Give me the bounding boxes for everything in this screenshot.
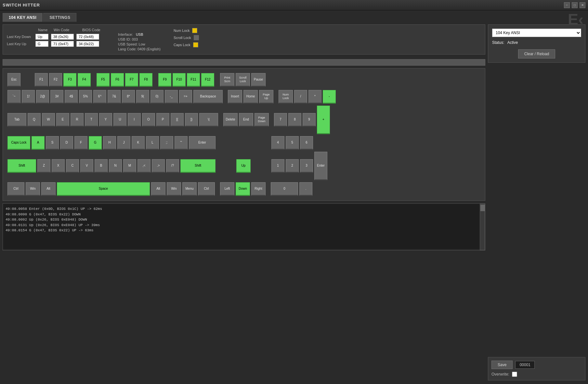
key-num-6[interactable]: 6 [300, 136, 313, 150]
key-a[interactable]: A [32, 136, 45, 150]
key-num-1[interactable]: 1 [271, 159, 284, 173]
scrollbar-thumb[interactable] [480, 205, 485, 211]
key-page-up[interactable]: PageUp [259, 90, 273, 104]
key-space[interactable]: Space [57, 182, 150, 196]
key-pause[interactable]: Pause [251, 73, 266, 87]
key-j[interactable]: J [117, 136, 130, 150]
key-w[interactable]: W [42, 113, 55, 127]
key-4[interactable]: 4$ [65, 90, 78, 104]
key-print-scrn[interactable]: PrintScrn [220, 73, 234, 87]
key-f8[interactable]: F8 [139, 73, 152, 87]
key-0[interactable]: 0) [150, 90, 163, 104]
maximize-button[interactable]: □ [572, 2, 578, 8]
key-scroll-lock[interactable]: ScrollLock [236, 73, 250, 87]
log-area[interactable]: 49:08.0058 Enter (0x0D, BIOS 0x1C) UP ->… [3, 204, 480, 249]
key-o[interactable]: O [142, 113, 155, 127]
key-9[interactable]: 9( [136, 90, 149, 104]
key-alt-left[interactable]: Alt [41, 182, 56, 196]
key-f9[interactable]: F9 [158, 73, 171, 87]
key-end[interactable]: End [239, 113, 253, 127]
key-f5[interactable]: F5 [97, 73, 110, 87]
key-num-5[interactable]: 5 [286, 136, 299, 150]
key-f[interactable]: F [74, 136, 87, 150]
key-2[interactable]: 2@ [36, 90, 49, 104]
key-l[interactable]: L [146, 136, 159, 150]
key-ctrl-right[interactable]: Ctrl [198, 182, 215, 196]
key-page-down[interactable]: PageDown [255, 113, 269, 127]
key-f1[interactable]: F1 [35, 73, 48, 87]
key-s[interactable]: S [46, 136, 59, 150]
key-u[interactable]: U [113, 113, 126, 127]
key-5[interactable]: 5% [79, 90, 92, 104]
key-home[interactable]: Home [243, 90, 258, 104]
key-num-lock[interactable]: NumLock [279, 90, 293, 104]
key-8[interactable]: 8* [122, 90, 135, 104]
key-d[interactable]: D [60, 136, 73, 150]
key-insert[interactable]: Insert [228, 90, 242, 104]
key-f12[interactable]: F12 [201, 73, 214, 87]
key-num-4[interactable]: 4 [271, 136, 284, 150]
key-equals[interactable]: =+ [179, 90, 192, 104]
key-m[interactable]: M [123, 159, 136, 173]
key-6[interactable]: 6^ [93, 90, 106, 104]
key-num-7[interactable]: 7 [274, 113, 287, 127]
key-lbracket[interactable]: [{ [171, 113, 184, 127]
key-k[interactable]: K [132, 136, 145, 150]
key-alt-right[interactable]: Alt [151, 182, 165, 196]
key-win-right[interactable]: Win [167, 182, 181, 196]
key-right[interactable]: Right [251, 182, 266, 196]
key-f7[interactable]: F7 [125, 73, 138, 87]
key-num-slash[interactable]: / [294, 90, 307, 104]
overwrite-checkbox[interactable] [512, 372, 517, 377]
key-backslash[interactable]: \| [199, 113, 218, 127]
log-scrollbar[interactable] [480, 204, 485, 250]
key-tab[interactable]: Tab [7, 113, 26, 127]
key-z[interactable]: Z [37, 159, 50, 173]
key-n[interactable]: N [109, 159, 122, 173]
key-esc[interactable]: Esc [7, 73, 20, 87]
key-shift-right[interactable]: Shift [180, 159, 216, 173]
key-semicolon[interactable]: ;: [160, 136, 173, 150]
key-left[interactable]: Left [220, 182, 234, 196]
key-num-minus[interactable]: - [323, 90, 336, 104]
key-v[interactable]: V [80, 159, 93, 173]
key-down[interactable]: Down [236, 182, 250, 196]
key-minus[interactable]: -_ [165, 90, 178, 104]
key-num-0[interactable]: 0 [271, 182, 298, 196]
key-f6[interactable]: F6 [111, 73, 124, 87]
keyboard-dropdown[interactable]: 104 Key ANSI [492, 29, 581, 37]
key-1[interactable]: 1! [22, 90, 35, 104]
key-c[interactable]: C [66, 159, 79, 173]
close-button[interactable]: ✕ [580, 2, 585, 8]
key-comma[interactable]: ,< [137, 159, 150, 173]
key-i[interactable]: I [128, 113, 141, 127]
minimize-button[interactable]: − [564, 2, 570, 8]
key-q[interactable]: Q [28, 113, 41, 127]
key-e[interactable]: E [56, 113, 69, 127]
key-backtick[interactable]: `~ [7, 90, 20, 104]
key-menu[interactable]: Menu [182, 182, 197, 196]
key-enter[interactable]: Enter [189, 136, 216, 150]
tab-settings[interactable]: SETTINGS [43, 13, 76, 22]
key-num-enter[interactable]: Enter [314, 152, 327, 180]
key-t[interactable]: T [85, 113, 98, 127]
key-num-star[interactable]: * [308, 90, 321, 104]
key-x[interactable]: X [52, 159, 65, 173]
key-num-9[interactable]: 9 [303, 113, 316, 127]
key-shift-left[interactable]: Shift [7, 159, 36, 173]
key-caps-lock[interactable]: Caps Lock [7, 136, 30, 150]
key-3[interactable]: 3# [50, 90, 63, 104]
key-backspace[interactable]: Backspace [193, 90, 223, 104]
key-7[interactable]: 7& [108, 90, 121, 104]
key-b[interactable]: B [95, 159, 108, 173]
clear-reload-button[interactable]: Clear / Reload [518, 49, 555, 58]
key-h[interactable]: H [103, 136, 116, 150]
key-f4[interactable]: F4 [78, 73, 91, 87]
key-rbracket[interactable]: ]} [185, 113, 198, 127]
key-f11[interactable]: F11 [187, 73, 200, 87]
key-f2[interactable]: F2 [49, 73, 62, 87]
key-num-dot[interactable]: . [299, 182, 312, 196]
key-p[interactable]: P [156, 113, 169, 127]
key-slash[interactable]: /? [166, 159, 179, 173]
key-delete[interactable]: Delete [223, 113, 238, 127]
